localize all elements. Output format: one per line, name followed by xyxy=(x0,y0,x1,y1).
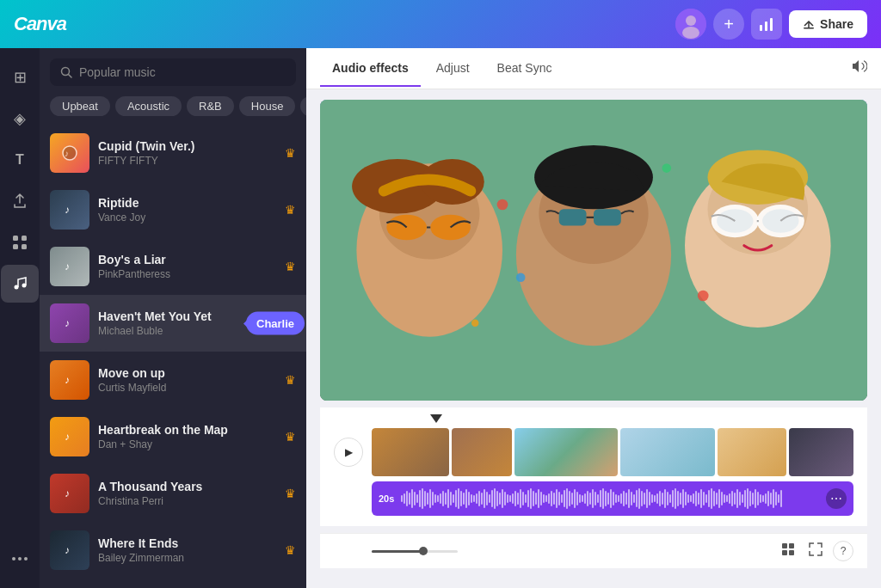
svg-rect-7 xyxy=(13,236,18,241)
svg-point-12 xyxy=(22,284,27,288)
analytics-button[interactable] xyxy=(751,9,782,40)
music-panel: Upbeat Acoustic R&B House Jazz › ♪ Cupid… xyxy=(40,48,306,588)
search-icon xyxy=(60,66,72,78)
timeline-clip[interactable] xyxy=(620,428,715,476)
timeline-clip[interactable] xyxy=(789,428,853,476)
genre-tag-rnb[interactable]: R&B xyxy=(187,96,234,116)
svg-rect-36 xyxy=(559,209,587,225)
audio-track[interactable]: 20s ⋯ xyxy=(372,481,853,516)
track-thumbnail: ♪ xyxy=(50,474,89,513)
track-artist: Dan + Shay xyxy=(98,438,276,450)
sidebar-item-upload[interactable] xyxy=(1,182,39,220)
track-item[interactable]: ♪ Boy's a Liar PinkPantheress ♛ xyxy=(40,238,306,295)
track-artist: FIFTY FIFTY xyxy=(98,155,276,167)
track-title: Riptide xyxy=(98,196,276,210)
svg-rect-5 xyxy=(770,18,773,31)
volume-icon[interactable] xyxy=(850,58,867,79)
track-thumbnail: ♪ xyxy=(50,303,89,343)
tab-adjust[interactable]: Adjust xyxy=(424,51,482,87)
track-item[interactable]: ♪ Riptide Vance Joy ♛ xyxy=(40,181,306,238)
plus-button[interactable]: + xyxy=(713,9,744,40)
track-artist: Curtis Mayfield xyxy=(98,382,276,394)
sidebar-item-music[interactable] xyxy=(1,265,39,303)
sidebar-item-grid[interactable]: ⊞ xyxy=(1,58,39,96)
main-layout: ⊞ ◈ T xyxy=(0,48,881,588)
audio-more-button[interactable]: ⋯ xyxy=(826,488,847,509)
crown-icon: ♛ xyxy=(285,146,296,160)
help-button[interactable]: ? xyxy=(833,541,853,561)
expand-button[interactable] xyxy=(805,539,826,563)
track-item[interactable]: ♪ Where It Ends Bailey Zimmerman ♛ xyxy=(40,522,306,579)
genre-tag-upbeat[interactable]: Upbeat xyxy=(50,96,110,116)
svg-rect-6 xyxy=(804,28,814,29)
timeline-scrubber: ▶ xyxy=(334,428,853,476)
track-item[interactable]: ♪ A Thousand Years Christina Perri ♛ xyxy=(40,465,306,522)
charlie-tooltip: Charlie xyxy=(246,312,305,335)
track-info: Where It Ends Bailey Zimmerman xyxy=(98,536,276,564)
svg-point-48 xyxy=(497,199,508,211)
crown-icon: ♛ xyxy=(285,543,296,557)
share-button[interactable]: Share xyxy=(789,10,867,38)
sidebar-item-text[interactable]: T xyxy=(1,141,39,179)
track-item[interactable]: ♪ Heartbreak on the Map Dan + Shay ♛ xyxy=(40,408,306,465)
svg-text:♪: ♪ xyxy=(65,374,70,386)
svg-rect-8 xyxy=(22,236,27,241)
timeline-clip[interactable] xyxy=(372,428,449,476)
track-title: Boy's a Liar xyxy=(98,253,276,266)
genre-tag-jazz[interactable]: Jazz xyxy=(300,96,306,116)
track-artist: Vance Joy xyxy=(98,211,276,224)
svg-rect-55 xyxy=(782,550,787,555)
track-item[interactable]: ♪ Cupid (Twin Ver.) FIFTY FIFTY ♛ xyxy=(40,125,306,181)
waveform xyxy=(401,487,826,511)
svg-point-14 xyxy=(18,557,22,560)
svg-text:♪: ♪ xyxy=(65,431,70,443)
video-preview: ▶ 20s ⋯ xyxy=(306,89,881,588)
search-input[interactable] xyxy=(79,65,286,79)
video-frame xyxy=(320,100,867,401)
track-info: A Thousand Years Christina Perri xyxy=(98,480,276,507)
sidebar-item-more[interactable] xyxy=(1,540,39,578)
genre-tag-acoustic[interactable]: Acoustic xyxy=(115,96,182,116)
svg-rect-3 xyxy=(760,25,762,31)
svg-rect-56 xyxy=(789,550,794,555)
play-button[interactable]: ▶ xyxy=(334,438,363,467)
genre-tags: Upbeat Acoustic R&B House Jazz › xyxy=(40,93,306,125)
grid-view-button[interactable] xyxy=(778,539,798,563)
timeline-indicator xyxy=(430,414,442,423)
timeline-clip[interactable] xyxy=(452,428,512,476)
svg-text:♪: ♪ xyxy=(65,149,69,158)
svg-point-50 xyxy=(662,163,672,173)
crown-icon: ♛ xyxy=(285,430,296,444)
crown-icon: ♛ xyxy=(285,260,296,273)
track-info: Cupid (Twin Ver.) FIFTY FIFTY xyxy=(98,139,276,167)
search-bar xyxy=(40,48,306,93)
svg-text:♪: ♪ xyxy=(65,544,70,556)
track-artist: Christina Perri xyxy=(98,495,276,507)
track-title: A Thousand Years xyxy=(98,480,276,493)
track-title: Cupid (Twin Ver.) xyxy=(98,139,276,153)
track-artist: PinkPantheress xyxy=(98,268,276,280)
canva-logo: Canva xyxy=(14,13,66,35)
right-panel: Audio effects Adjust Beat Sync xyxy=(306,48,881,588)
genre-tag-house[interactable]: House xyxy=(239,96,296,116)
timeline-track xyxy=(372,428,853,476)
track-info: Heartbreak on the Map Dan + Shay xyxy=(98,423,276,450)
timeline: ▶ 20s ⋯ xyxy=(320,407,867,526)
tab-audio-effects[interactable]: Audio effects xyxy=(320,51,421,87)
svg-point-51 xyxy=(698,291,709,302)
bottom-bar: ? xyxy=(320,533,867,568)
tab-beat-sync[interactable]: Beat Sync xyxy=(485,51,564,87)
track-thumbnail: ♪ xyxy=(50,417,89,456)
avatar[interactable] xyxy=(675,9,706,40)
sidebar-item-elements[interactable]: ◈ xyxy=(1,100,39,138)
timeline-clip[interactable] xyxy=(514,428,618,476)
svg-point-15 xyxy=(24,557,28,560)
track-item[interactable]: ♪ Haven't Met You Yet Michael Buble Char… xyxy=(40,295,306,352)
track-item[interactable]: ♪ Move on up Curtis Mayfield ♛ xyxy=(40,352,306,408)
svg-rect-9 xyxy=(13,244,18,249)
svg-rect-54 xyxy=(789,543,794,548)
timeline-clip[interactable] xyxy=(718,428,786,476)
track-info: Boy's a Liar PinkPantheress xyxy=(98,253,276,280)
scrubber-handle[interactable] xyxy=(419,547,428,555)
sidebar-item-apps[interactable] xyxy=(1,224,39,261)
